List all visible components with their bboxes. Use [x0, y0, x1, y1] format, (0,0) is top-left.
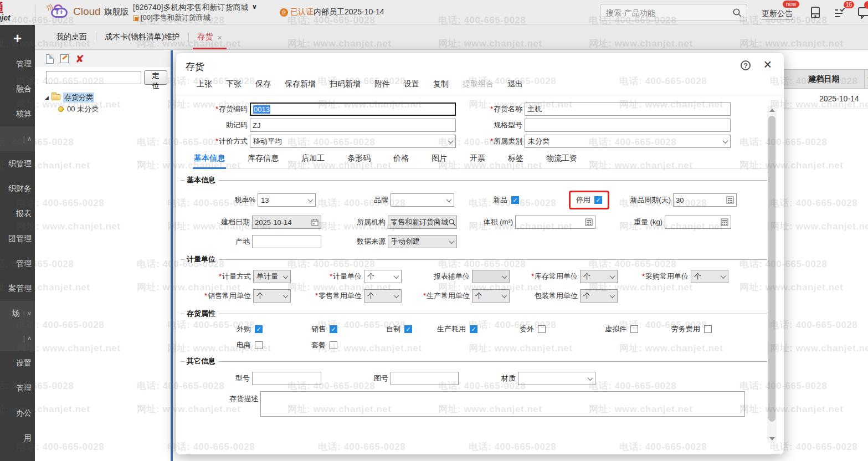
sidebar-item-9[interactable]: 案管理 [0, 276, 35, 301]
new-cycle-input[interactable]: 30 [673, 193, 737, 207]
new-product-checkbox[interactable]: ✓ [511, 196, 519, 204]
modal-scrollbar[interactable] [767, 106, 777, 443]
tree-search-input[interactable] [46, 71, 141, 84]
model-input[interactable] [252, 372, 321, 385]
sidebar-item-1[interactable]: 融合 [0, 76, 35, 101]
unit-select[interactable]: 个 [253, 289, 291, 303]
inner-tab-7[interactable]: 标签 [507, 150, 525, 168]
toolbar-7[interactable]: 复制 [433, 79, 449, 89]
sidebar-item-5[interactable]: 织财务 [0, 176, 35, 201]
toolbar-3[interactable]: 保存新增 [285, 79, 316, 89]
inventory-name-input[interactable]: 主机 [525, 103, 731, 116]
tab-2[interactable]: 存货 × [188, 25, 231, 49]
inner-tab-1[interactable]: 库存信息 [246, 150, 280, 168]
toolbar-1[interactable]: 下张 [226, 79, 242, 89]
close-tab-icon[interactable]: × [217, 33, 222, 42]
inventory-code-input[interactable]: 0013 [250, 103, 456, 116]
category-select[interactable]: 未分类 [525, 135, 731, 148]
grid-data-row[interactable]: 2025-10-14 [784, 89, 868, 109]
locate-button[interactable]: 定位 [144, 70, 167, 85]
tree-root-label[interactable]: 存货分类 [63, 93, 94, 103]
sidebar-item-8[interactable]: 管理 [0, 251, 35, 276]
todo-list-icon[interactable] [834, 8, 847, 21]
inner-tab-8[interactable]: 物流工资 [545, 150, 578, 168]
unit-select[interactable]: 个 [364, 270, 402, 283]
unit-select[interactable]: 个 [691, 270, 728, 283]
data-source-select[interactable]: 手动创建 [388, 235, 457, 248]
sidebar-item-14[interactable]: 办公 [0, 401, 35, 426]
sidebar-item-13[interactable]: 管理 [0, 376, 35, 401]
calculator-icon[interactable] [721, 218, 728, 226]
unit-select[interactable]: 单计量 [253, 270, 291, 283]
origin-input[interactable] [252, 235, 321, 248]
tab-1[interactable]: 成本卡(物料清单)维护 [96, 25, 188, 49]
unit-select[interactable]: 个 [580, 289, 618, 303]
calculator-icon[interactable] [585, 218, 593, 226]
chevron-down-icon[interactable]: ∨ [27, 310, 32, 317]
toolbar-9[interactable]: 退出 [507, 79, 523, 89]
calculator-icon[interactable] [726, 196, 734, 204]
unchecked-checkbox[interactable] [538, 325, 546, 333]
checked-checkbox[interactable]: ✓ [330, 325, 337, 333]
chevron-up-icon[interactable]: ∧ [27, 135, 32, 142]
sidebar-item-3[interactable]: |∧ [0, 126, 35, 151]
search-input[interactable] [605, 8, 732, 18]
toolbar-6[interactable]: 设置 [404, 79, 419, 89]
description-textarea[interactable] [260, 391, 745, 417]
checked-checkbox[interactable]: ✓ [470, 325, 477, 333]
volume-input[interactable] [515, 216, 595, 229]
toolbar-5[interactable]: 附件 [374, 79, 390, 89]
toolbar-0[interactable]: 上张 [197, 79, 212, 89]
inner-tab-6[interactable]: 开票 [469, 150, 486, 168]
tax-rate-select[interactable]: 13 [258, 193, 316, 207]
weight-input[interactable] [665, 216, 731, 229]
toolbar-2[interactable]: 保存 [255, 79, 271, 89]
sidebar-item-2[interactable]: 核算 [0, 101, 35, 126]
edit-category-icon[interactable] [60, 54, 69, 63]
sidebar-item-11[interactable]: |∧ [0, 326, 35, 351]
material-select[interactable] [518, 372, 595, 385]
unit-select[interactable]: 个 [364, 289, 402, 303]
scroll-down-icon[interactable] [767, 435, 777, 443]
stop-use-checkbox[interactable]: ✓ [594, 196, 602, 204]
chevron-up-icon[interactable]: ∧ [27, 335, 32, 342]
unit-select[interactable]: 个 [580, 270, 618, 283]
device-icon[interactable] [810, 7, 821, 21]
pricing-method-select[interactable]: 移动平均 [250, 135, 456, 148]
sidebar-item-6[interactable]: 报表 [0, 201, 35, 226]
search-icon[interactable] [732, 8, 742, 18]
tree-child-label[interactable]: 00 未分类 [67, 104, 99, 114]
create-date-input[interactable]: 2025-10-14 [252, 216, 321, 229]
unchecked-checkbox[interactable] [704, 325, 712, 333]
panel-divider[interactable] [171, 50, 173, 461]
inner-tab-5[interactable]: 图片 [430, 150, 448, 168]
close-icon[interactable]: × [763, 58, 772, 71]
tree-expander-icon[interactable]: ◢ [45, 95, 49, 100]
unit-select[interactable]: 个 [472, 289, 510, 303]
inner-tab-4[interactable]: 价格 [392, 150, 410, 168]
chevron-down-icon[interactable]: ∨ [252, 2, 258, 12]
sidebar-item-15[interactable]: 用 [0, 426, 35, 450]
update-notice-link[interactable]: 更新公告 [762, 9, 793, 19]
unchecked-checkbox[interactable] [630, 325, 638, 333]
unchecked-checkbox[interactable] [255, 341, 263, 349]
inner-tab-2[interactable]: 店加工 [300, 150, 326, 168]
sidebar-item-10[interactable]: 场 |∨ [0, 301, 35, 326]
new-category-icon[interactable] [46, 54, 54, 64]
checked-checkbox[interactable]: ✓ [255, 325, 263, 333]
unchecked-checkbox[interactable] [330, 341, 337, 349]
scroll-up-icon[interactable] [767, 106, 777, 114]
inner-tab-0[interactable]: 基本信息 [193, 150, 226, 169]
help-icon[interactable]: ? [741, 60, 751, 70]
tree-root-node[interactable]: ◢ 存货分类 [45, 91, 171, 103]
sidebar-item-0[interactable]: 管理 [0, 52, 35, 76]
global-search[interactable] [600, 4, 747, 21]
grid-col-order[interactable]: 订货策 [865, 70, 868, 88]
spec-input[interactable] [525, 119, 731, 132]
sidebar-add-button[interactable]: + [0, 25, 35, 52]
checked-checkbox[interactable]: ✓ [404, 325, 412, 333]
toolbar-4[interactable]: 扫码新增 [330, 79, 361, 89]
sidebar-item-7[interactable]: 团管理 [0, 226, 35, 251]
account-switcher[interactable]: [626740]多机构零售和新订货商城 ∨ [00]零售和新订货商城 [133, 2, 257, 23]
mnemonic-input[interactable]: ZJ [250, 119, 456, 132]
